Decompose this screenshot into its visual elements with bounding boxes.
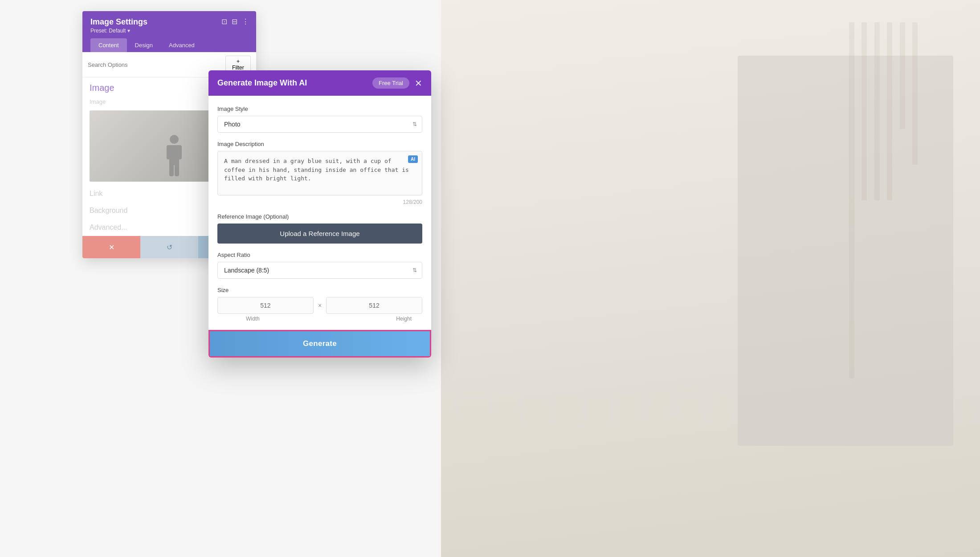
image-description-textarea[interactable]: A man dressed in a gray blue suit, with … (217, 151, 422, 195)
image-style-select-wrapper: Photo Illustration Digital Art Oil Paint… (217, 116, 422, 133)
more-icon[interactable]: ⋮ (242, 17, 249, 26)
person-silhouette (163, 133, 185, 177)
ai-badge: AI (408, 155, 418, 163)
close-toolbar-icon: ✕ (109, 243, 114, 252)
image-style-label: Image Style (217, 106, 422, 112)
panel-preset[interactable]: Preset: Default ▾ (90, 28, 248, 34)
tab-advanced[interactable]: Advanced (161, 38, 203, 52)
background-image-area (441, 0, 980, 557)
height-label: Height (396, 316, 412, 322)
size-separator: × (318, 302, 322, 309)
width-input[interactable] (217, 297, 314, 314)
svg-rect-3 (176, 145, 182, 159)
panel-header-icons: ⊡ ⊟ ⋮ (221, 17, 249, 26)
svg-rect-5 (175, 163, 179, 176)
reference-image-label: Reference Image (Optional) (217, 213, 422, 220)
generate-button[interactable]: Generate (208, 330, 431, 358)
image-style-select[interactable]: Photo Illustration Digital Art Oil Paint… (217, 116, 422, 133)
modal-header-right: Free Trial ✕ (372, 77, 422, 89)
modal-header: Generate Image With AI Free Trial ✕ (208, 70, 431, 96)
upload-reference-button[interactable]: Upload a Reference Image (217, 224, 422, 244)
image-style-group: Image Style Photo Illustration Digital A… (217, 106, 422, 133)
size-group: Size × Width Height (217, 287, 422, 322)
modal-body: Image Style Photo Illustration Digital A… (208, 96, 431, 358)
resize-icon[interactable]: ⊡ (221, 17, 227, 26)
aspect-ratio-group: Aspect Ratio Landscape (8:5) Portrait (5… (217, 252, 422, 279)
modal-close-button[interactable]: ✕ (415, 79, 422, 88)
reference-image-group: Reference Image (Optional) Upload a Refe… (217, 213, 422, 244)
aspect-ratio-select[interactable]: Landscape (8:5) Portrait (5:8) Square (1… (217, 262, 422, 279)
undo-icon: ↺ (167, 243, 172, 252)
search-input[interactable] (88, 61, 225, 68)
panel-header: ⊡ ⊟ ⋮ Image Settings Preset: Default ▾ C… (82, 11, 256, 52)
aspect-ratio-label: Aspect Ratio (217, 252, 422, 258)
svg-rect-2 (167, 145, 172, 159)
interior-background (441, 0, 980, 557)
tab-content[interactable]: Content (90, 38, 127, 52)
undo-button[interactable]: ↺ (140, 236, 198, 258)
free-trial-badge: Free Trial (372, 77, 409, 89)
tab-design[interactable]: Design (127, 38, 161, 52)
panel-tabs: Content Design Advanced (90, 38, 248, 52)
width-label: Width (246, 316, 260, 322)
size-label: Size (217, 287, 422, 293)
aspect-ratio-select-wrapper: Landscape (8:5) Portrait (5:8) Square (1… (217, 262, 422, 279)
generate-image-modal: Generate Image With AI Free Trial ✕ Imag… (208, 70, 431, 358)
column-decoration (846, 22, 927, 200)
size-labels: Width Height (217, 316, 422, 322)
textarea-wrapper: A man dressed in a gray blue suit, with … (217, 151, 422, 197)
height-input[interactable] (326, 297, 422, 314)
char-count: 128/200 (217, 199, 422, 205)
svg-point-0 (170, 135, 179, 144)
image-description-label: Image Description (217, 141, 422, 147)
split-icon[interactable]: ⊟ (232, 17, 237, 26)
svg-rect-4 (169, 163, 174, 176)
modal-title: Generate Image With AI (217, 78, 307, 88)
image-description-group: Image Description A man dressed in a gra… (217, 141, 422, 205)
size-row: × (217, 297, 422, 314)
close-toolbar-button[interactable]: ✕ (82, 236, 140, 258)
